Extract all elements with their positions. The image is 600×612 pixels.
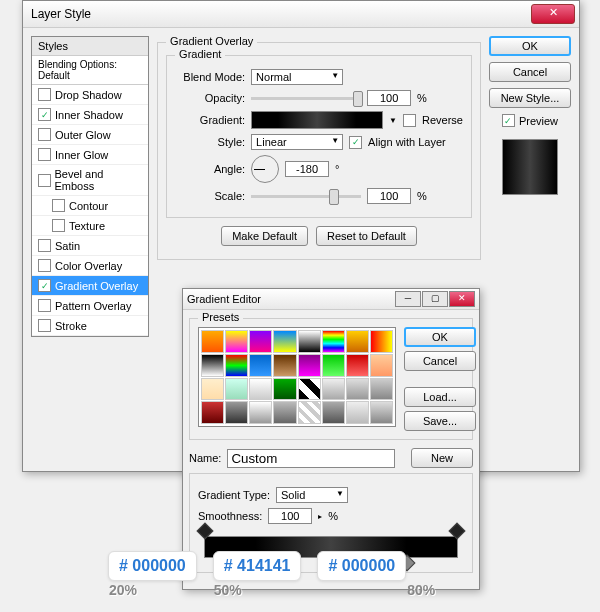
checkbox[interactable] [38,174,51,187]
opacity-slider[interactable] [251,97,361,100]
preset-swatch[interactable] [322,378,345,401]
preset-swatch[interactable] [249,330,272,353]
reverse-checkbox[interactable] [403,114,416,127]
style-outer-glow[interactable]: Outer Glow [32,125,148,145]
chevron-down-icon[interactable]: ▼ [389,116,397,125]
preset-swatch[interactable] [225,401,248,424]
chevron-icon[interactable]: ▸ [318,512,322,521]
blend-mode-select[interactable]: Normal [251,69,343,85]
preset-swatch[interactable] [298,401,321,424]
preset-swatch[interactable] [201,378,224,401]
cancel-button[interactable]: Cancel [489,62,571,82]
preset-swatch[interactable] [201,330,224,353]
preset-swatch[interactable] [370,401,393,424]
styles-header[interactable]: Styles [32,37,148,56]
name-input[interactable] [227,449,395,468]
preset-swatch[interactable] [273,378,296,401]
preset-swatch[interactable] [346,378,369,401]
annotation-callouts: # 00000020% # 41414150% # 00000080% [108,551,406,581]
preset-swatch[interactable] [346,330,369,353]
preset-swatch[interactable] [298,378,321,401]
preset-swatch[interactable] [273,401,296,424]
checkbox[interactable] [52,219,65,232]
checkbox[interactable] [38,239,51,252]
gradient-subtitle: Gradient [175,48,225,60]
preset-swatch[interactable] [370,330,393,353]
checkbox[interactable] [38,148,51,161]
angle-dial[interactable] [251,155,279,183]
close-icon[interactable]: ✕ [531,4,575,24]
style-drop-shadow[interactable]: Drop Shadow [32,85,148,105]
align-checkbox[interactable]: ✓ [349,136,362,149]
dialog-title: Layer Style [27,7,91,21]
new-button[interactable]: New [411,448,473,468]
style-inner-glow[interactable]: Inner Glow [32,145,148,165]
scale-slider[interactable] [251,195,361,198]
preset-swatch[interactable] [249,401,272,424]
style-color-overlay[interactable]: Color Overlay [32,256,148,276]
preset-swatch[interactable] [225,354,248,377]
gradient-type-select[interactable]: Solid [276,487,348,503]
opacity-stop[interactable] [449,523,466,540]
scale-input[interactable]: 100 [367,188,411,204]
checkbox[interactable] [38,319,51,332]
preset-swatch[interactable] [322,354,345,377]
style-satin[interactable]: Satin [32,236,148,256]
checkbox[interactable] [38,88,51,101]
smoothness-label: Smoothness: [198,510,262,522]
editor-cancel-button[interactable]: Cancel [404,351,476,371]
minimize-icon[interactable]: ─ [395,291,421,307]
preset-swatch[interactable] [273,330,296,353]
checkbox[interactable]: ✓ [38,108,51,121]
reset-default-button[interactable]: Reset to Default [316,226,417,246]
preset-swatch[interactable] [225,378,248,401]
style-gradient-overlay[interactable]: ✓Gradient Overlay [32,276,148,296]
editor-titlebar[interactable]: Gradient Editor ─ ▢ ✕ [183,289,479,310]
opacity-input[interactable]: 100 [367,90,411,106]
new-style-button[interactable]: New Style... [489,88,571,108]
preset-swatch[interactable] [298,354,321,377]
checkbox[interactable] [38,128,51,141]
load-button[interactable]: Load... [404,387,476,407]
preset-swatch[interactable] [273,354,296,377]
editor-ok-button[interactable]: OK [404,327,476,347]
maximize-icon[interactable]: ▢ [422,291,448,307]
style-bevel[interactable]: Bevel and Emboss [32,165,148,196]
checkbox[interactable] [38,299,51,312]
smoothness-input[interactable]: 100 [268,508,312,524]
angle-label: Angle: [175,163,245,175]
preset-swatch[interactable] [249,378,272,401]
style-pattern-overlay[interactable]: Pattern Overlay [32,296,148,316]
style-stroke[interactable]: Stroke [32,316,148,336]
make-default-button[interactable]: Make Default [221,226,308,246]
checkbox[interactable] [52,199,65,212]
save-button[interactable]: Save... [404,411,476,431]
close-icon[interactable]: ✕ [449,291,475,307]
preview-checkbox[interactable]: ✓ [502,114,515,127]
preset-swatch[interactable] [346,401,369,424]
preset-swatch[interactable] [322,401,345,424]
preset-swatch[interactable] [201,401,224,424]
preset-swatch[interactable] [298,330,321,353]
angle-input[interactable]: -180 [285,161,329,177]
opacity-stop[interactable] [197,523,214,540]
preset-swatch[interactable] [322,330,345,353]
style-contour[interactable]: Contour [32,196,148,216]
preset-swatch[interactable] [346,354,369,377]
presets-label: Presets [198,311,243,323]
preset-swatch[interactable] [370,354,393,377]
titlebar[interactable]: Layer Style ✕ [23,1,579,28]
style-texture[interactable]: Texture [32,216,148,236]
preset-swatch[interactable] [225,330,248,353]
gradient-picker[interactable] [251,111,383,129]
checkbox[interactable] [38,259,51,272]
style-select[interactable]: Linear [251,134,343,150]
blending-options[interactable]: Blending Options: Default [32,56,148,85]
preset-swatch[interactable] [249,354,272,377]
ok-button[interactable]: OK [489,36,571,56]
style-inner-shadow[interactable]: ✓Inner Shadow [32,105,148,125]
checkbox[interactable]: ✓ [38,279,51,292]
preset-grid[interactable] [198,327,396,427]
preset-swatch[interactable] [370,378,393,401]
preset-swatch[interactable] [201,354,224,377]
